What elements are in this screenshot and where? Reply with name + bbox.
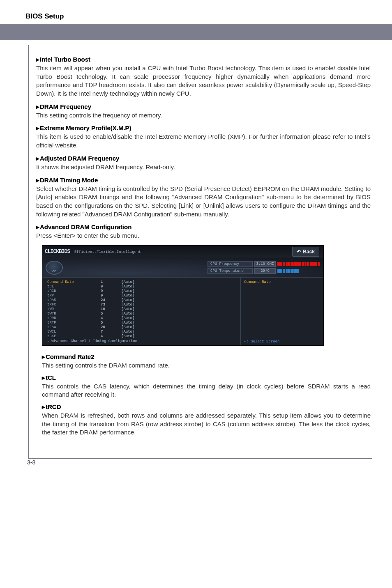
triangle-right-icon: ▸: [47, 339, 49, 343]
bios-logo-sub: Efficient,Flexible,Intelligent: [74, 250, 141, 254]
bios-logo-text: CLICKBIOS: [45, 248, 70, 255]
section-title: Advanced DRAM Configuration: [40, 223, 131, 230]
subsection-command-rate2: ▸Command Rate2 This setting controls the…: [42, 353, 371, 370]
section-body: This item will appear when you install a…: [36, 64, 371, 98]
bios-timing-list: Command Rate1[Auto]tCL9[Auto]tRCD9[Auto]…: [42, 278, 240, 345]
section-title: Intel Turbo Boost: [40, 56, 90, 63]
section-dram-timing-mode: ▸DRAM Timing Mode Select whether DRAM ti…: [36, 177, 371, 219]
bios-timing-row[interactable]: tRP9[Auto]: [46, 294, 236, 298]
cpu-temp-value: 29°C: [254, 268, 276, 274]
section-adjusted-dram-frequency: ▸Adjusted DRAM Frequency It shows the ad…: [36, 155, 371, 172]
triangle-right-icon: ▸: [36, 124, 39, 131]
section-title: DRAM Frequency: [40, 103, 91, 110]
vertical-rule: [28, 45, 29, 459]
section-dram-frequency: ▸DRAM Frequency This setting controls th…: [36, 103, 371, 120]
cpu-freq-label: CPU Frequency: [208, 261, 253, 267]
page-title: BIOS Setup: [25, 12, 372, 21]
section-body: This setting controls the frequency of m…: [36, 111, 371, 120]
bios-timing-row[interactable]: tCKE4[Auto]: [46, 334, 236, 339]
header-bar: [0, 24, 392, 40]
triangle-right-icon: ▸: [42, 374, 45, 381]
subsection-title: tCL: [46, 374, 56, 381]
bios-timing-row[interactable]: tWTR5[Auto]: [46, 312, 236, 316]
triangle-right-icon: ▸: [36, 177, 39, 184]
back-button[interactable]: ↶ Back: [292, 247, 319, 257]
triangle-right-icon: ▸: [36, 155, 39, 162]
cpu-temp-label: CPU Temperature: [208, 268, 253, 274]
horizontal-rule: [28, 458, 372, 459]
back-arrow-icon: ↶: [297, 249, 301, 255]
section-body: Select whether DRAM timing is controlled…: [36, 185, 371, 219]
triangle-right-icon: ▸: [42, 353, 45, 360]
section-xmp: ▸Extreme Memory Profile(X.M.P) This item…: [36, 124, 371, 149]
oc-tab[interactable]: OC: [46, 261, 63, 275]
bios-nav-hint: ↔: Select Screen: [244, 340, 320, 344]
subsection-body: When DRAM is refreshed, both rows and co…: [42, 411, 371, 437]
bios-screenshot: CLICKBIOS Efficient,Flexible,Intelligent…: [42, 245, 324, 346]
section-intel-turbo-boost: ▸Intel Turbo Boost This item will appear…: [36, 56, 371, 98]
subsection-title: tRCD: [46, 403, 61, 410]
bios-timing-row[interactable]: tFAW20[Auto]: [46, 325, 236, 330]
cpu-temp-bar: [277, 269, 320, 273]
bios-timing-row[interactable]: tWR10[Auto]: [46, 307, 236, 312]
bios-timing-row[interactable]: tRTP5[Auto]: [46, 321, 236, 325]
triangle-right-icon: ▸: [36, 56, 39, 63]
section-title: Extreme Memory Profile(X.M.P): [40, 124, 131, 131]
bios-timing-row[interactable]: Command Rate1[Auto]: [46, 280, 236, 285]
bios-timing-row[interactable]: tRAS24[Auto]: [46, 298, 236, 303]
triangle-right-icon: ▸: [42, 403, 45, 410]
back-label: Back: [303, 249, 315, 255]
bios-timing-row[interactable]: tRCD9[Auto]: [46, 289, 236, 294]
subsection-body: This setting controls the DRAM command r…: [42, 361, 371, 370]
bios-help-title: Command Rate: [244, 280, 320, 284]
subsection-tcl: ▸tCL This controls the CAS latency, whic…: [42, 374, 371, 399]
bios-timing-row[interactable]: tCL9[Auto]: [46, 285, 236, 289]
subsection-title: Command Rate2: [46, 353, 94, 360]
cpu-freq-bar: [277, 262, 320, 266]
subsection-body: This controls the CAS latency, which det…: [42, 382, 371, 399]
triangle-right-icon: ▸: [36, 223, 39, 230]
section-body: This item is used to enable/disable the …: [36, 133, 371, 149]
bios-advanced-row[interactable]: ▸Advanced Channel 1 Timing Configuration: [46, 339, 236, 344]
section-body: It shows the adjusted DRAM frequency. Re…: [36, 163, 371, 172]
bios-timing-row[interactable]: tRFC73[Auto]: [46, 303, 236, 307]
bios-timing-row[interactable]: tWCL7[Auto]: [46, 330, 236, 334]
cpu-freq-value: 3.10 GHZ: [254, 261, 276, 267]
bios-timing-row[interactable]: tRRD4[Auto]: [46, 316, 236, 321]
bios-logo: CLICKBIOS Efficient,Flexible,Intelligent: [45, 248, 141, 255]
section-title: Adjusted DRAM Frequency: [40, 155, 119, 162]
section-advanced-dram-config: ▸Advanced DRAM Configuration Press <Ente…: [36, 223, 371, 240]
main-content: ▸Intel Turbo Boost This item will appear…: [36, 56, 371, 437]
triangle-right-icon: ▸: [36, 103, 39, 110]
section-body: Press <Enter> to enter the sub-menu.: [36, 232, 371, 240]
section-title: DRAM Timing Mode: [40, 177, 98, 184]
subsection-trcd: ▸tRCD When DRAM is refreshed, both rows …: [42, 403, 371, 437]
page-number: 3-8: [27, 459, 372, 466]
